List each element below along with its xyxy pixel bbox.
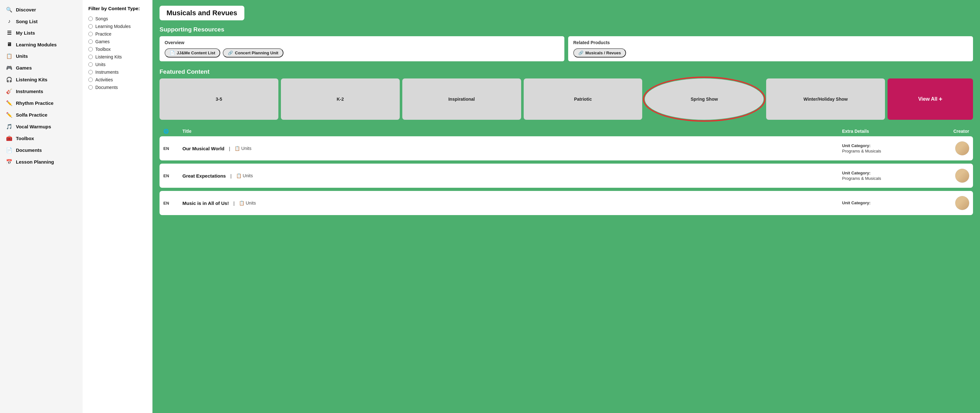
sidebar-item-song-list[interactable]: ♪Song List [0,16,83,27]
toolbox-icon: 🧰 [6,135,13,141]
filter-radio-instruments[interactable] [88,70,93,74]
song-list-icon: ♪ [6,18,13,24]
table-header: 🌐 Title Extra Details Creator [159,126,973,136]
supporting-resources-title: Supporting Resources [159,26,973,33]
filter-option-toolbox[interactable]: Toolbox [88,47,146,52]
filter-radio-documents[interactable] [88,85,93,90]
sidebar-item-toolbox[interactable]: 🧰Toolbox [0,132,83,144]
sidebar-label-documents: Documents [16,148,42,153]
filter-radio-learning-modules[interactable] [88,24,93,29]
filter-label-documents: Documents [95,85,118,90]
related-products-box: Related Products 🔗Musicals / Revues [568,36,973,61]
resource-link-jj-content-list[interactable]: 📄JJ&Me Content List [165,48,220,57]
sidebar-label-listening-kits: Listening Kits [16,77,47,82]
filter-radio-activities[interactable] [88,78,93,82]
main-content: Musicals and Revues Supporting Resources… [153,0,980,413]
concert-planning-icon: 🔗 [228,51,233,55]
sidebar-item-listening-kits[interactable]: 🎧Listening Kits [0,74,83,86]
separator-1: | [231,173,232,178]
resource-link-musicals-revues[interactable]: 🔗Musicals / Revues [573,48,626,57]
avatar-img-1 [955,169,969,183]
sidebar-item-vocal-warmups[interactable]: 🎵Vocal Warmups [0,121,83,132]
listening-kits-icon: 🎧 [6,76,13,83]
featured-card-card-k2[interactable]: K-2 [281,78,400,120]
featured-card-card-spring-show[interactable]: Spring Show [645,78,764,120]
filter-option-songs[interactable]: Songs [88,16,146,21]
sidebar-item-discover[interactable]: 🔍Discover [0,4,83,16]
jj-content-list-icon: 📄 [170,51,175,55]
filter-label-activities: Activities [95,77,113,82]
filter-radio-practice[interactable] [88,32,93,36]
filter-radio-units[interactable] [88,62,93,67]
sidebar-item-instruments[interactable]: 🎸Instruments [0,86,83,97]
discover-icon: 🔍 [6,7,13,13]
sidebar-item-rhythm-practice[interactable]: ✏️Rhythm Practice [0,97,83,109]
page-title-box: Musicals and Revues [159,6,244,20]
musicals-revues-label: Musicals / Revues [585,51,621,55]
sidebar-item-my-lists[interactable]: ☰My Lists [0,27,83,39]
filter-label-learning-modules: Learning Modules [95,24,130,29]
filter-label-instruments: Instruments [95,70,119,75]
filter-option-documents[interactable]: Documents [88,85,146,90]
sidebar-item-units[interactable]: 📋Units [0,50,83,62]
sidebar-label-learning-modules: Learning Modules [16,42,57,47]
filter-label-practice: Practice [95,32,111,37]
sidebar-label-rhythm-practice: Rhythm Practice [16,100,53,106]
learning-modules-icon: 🖥 [6,41,13,47]
filter-radio-toolbox[interactable] [88,47,93,51]
filter-label-games: Games [95,39,110,44]
table-row[interactable]: EN Our Musical World | 📋 Units Unit Cate… [159,136,973,160]
solfa-practice-icon: ✏️ [6,112,13,118]
featured-card-card-inspirational[interactable]: Inspirational [402,78,521,120]
sidebar-label-vocal-warmups: Vocal Warmups [16,124,51,129]
col-creator: Creator [931,129,969,134]
filter-radio-games[interactable] [88,40,93,44]
sidebar-label-discover: Discover [16,7,36,13]
featured-content-title: Featured Content [159,68,973,75]
table-row[interactable]: EN Music is in All of Us! | 📋 Units Unit… [159,191,973,215]
row-title-2: Music is in All of Us! | 📋 Units [182,200,842,206]
avatar-2 [955,196,969,210]
featured-card-label-card-35: 3-5 [216,97,222,102]
my-lists-icon: ☰ [6,30,13,36]
filter-radio-songs[interactable] [88,16,93,21]
filter-option-practice[interactable]: Practice [88,32,146,37]
sidebar-item-solfa-practice[interactable]: ✏️Solfa Practice [0,109,83,121]
jj-content-list-label: JJ&Me Content List [177,51,215,55]
table-row[interactable]: EN Great Expectations | 📋 Units Unit Cat… [159,164,973,188]
filter-title: Filter by Content Type: [88,5,146,12]
filter-option-instruments[interactable]: Instruments [88,70,146,75]
avatar-0 [955,141,969,156]
featured-card-card-35[interactable]: 3-5 [159,78,278,120]
related-links: 🔗Musicals / Revues [573,48,968,57]
view-all-plus-icon: + [939,95,942,103]
sidebar-item-lesson-planning[interactable]: 📅Lesson Planning [0,156,83,168]
sidebar-item-documents[interactable]: 📄Documents [0,144,83,156]
concert-planning-label: Concert Planning Unit [235,51,278,55]
resource-link-concert-planning[interactable]: 🔗Concert Planning Unit [223,48,283,57]
filter-option-activities[interactable]: Activities [88,77,146,82]
featured-card-card-patriotic[interactable]: Patriotic [524,78,643,120]
games-icon: 🎮 [6,65,13,71]
sidebar-label-solfa-practice: Solfa Practice [16,112,47,118]
filter-option-listening-kits[interactable]: Listening Kits [88,54,146,59]
avatar-img-2 [955,196,969,210]
filter-option-games[interactable]: Games [88,39,146,44]
filter-radio-listening-kits[interactable] [88,55,93,59]
filter-option-learning-modules[interactable]: Learning Modules [88,24,146,29]
lesson-planning-icon: 📅 [6,159,13,165]
featured-card-card-view-all[interactable]: View All+ [888,78,973,120]
page-title: Musicals and Revues [167,9,237,17]
sidebar-item-learning-modules[interactable]: 🖥Learning Modules [0,39,83,50]
sidebar-label-toolbox: Toolbox [16,136,34,141]
sidebar-label-song-list: Song List [16,19,38,24]
featured-card-card-winter-holiday[interactable]: Winter/Holiday Show [766,78,885,120]
col-lang: 🌐 [163,129,182,134]
filter-option-units[interactable]: Units [88,62,146,67]
table-body: EN Our Musical World | 📋 Units Unit Cate… [159,136,973,215]
instruments-icon: 🎸 [6,88,13,94]
sidebar-label-my-lists: My Lists [16,30,35,36]
featured-card-label-card-winter-holiday: Winter/Holiday Show [803,97,848,102]
row-lang-1: EN [163,173,182,178]
sidebar-item-games[interactable]: 🎮Games [0,62,83,74]
